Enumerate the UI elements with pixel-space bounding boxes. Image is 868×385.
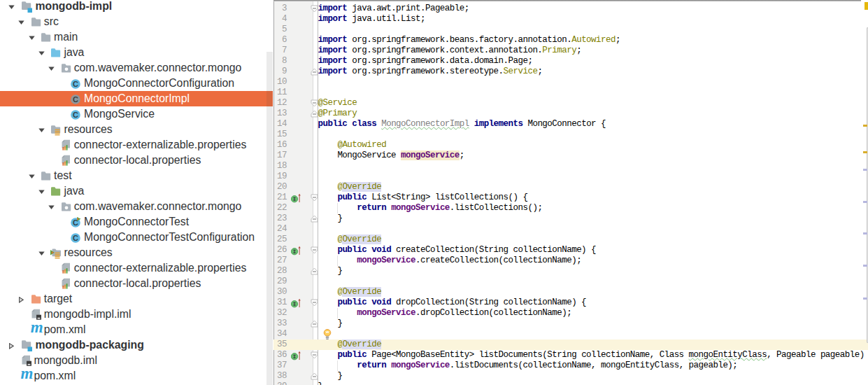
svg-text:C: C: [73, 79, 78, 88]
svg-text:C: C: [73, 94, 78, 103]
svg-text:C: C: [73, 110, 78, 118]
svg-text:C: C: [73, 233, 78, 241]
